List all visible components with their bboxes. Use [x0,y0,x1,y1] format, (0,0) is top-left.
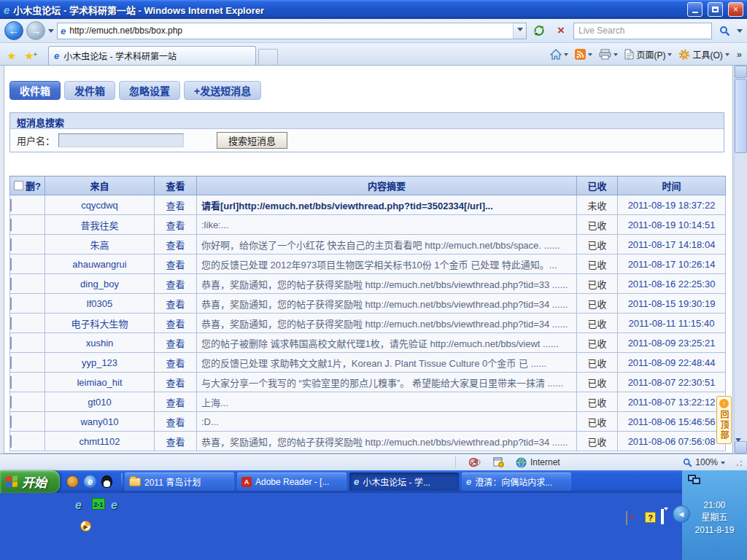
maximize-button[interactable] [708,2,723,17]
view-link[interactable]: 查看 [155,274,197,294]
view-link[interactable]: 查看 [155,235,197,254]
row-checkbox[interactable] [10,416,12,428]
delete-cell [10,314,45,333]
view-link[interactable]: 查看 [155,353,197,373]
scroll-up-button[interactable] [735,66,747,78]
ie-quicklaunch-icon[interactable]: e [84,475,96,488]
page-icon [624,49,634,60]
start-button[interactable]: 开始 [0,470,60,493]
address-bar[interactable]: e [57,23,527,39]
sidebar-collapse-button[interactable]: ◄ [673,505,690,523]
row-checkbox[interactable] [10,337,12,349]
forward-button[interactable]: → [26,21,45,40]
add-favorite-button[interactable]: ★+ [20,47,38,65]
task-label: 澄清：向偶站内求... [475,475,552,488]
view-link[interactable]: 查看 [155,333,197,353]
taskbar-item-adobe-reader[interactable]: AAdobe Reader - [... [237,472,347,491]
tools-menu-button[interactable]: 工具(O) [677,47,730,61]
view-link[interactable]: 查看 [155,412,197,432]
desktop-ie-icon[interactable]: e [111,499,117,512]
row-checkbox[interactable] [10,199,12,211]
taskbar-item-emuch-forum[interactable]: e小木虫论坛 - 学... [349,472,459,491]
view-link[interactable]: 查看 [155,392,197,412]
row-checkbox[interactable] [10,258,12,271]
stop-button[interactable]: × [551,21,570,40]
username-input[interactable] [58,133,184,147]
summary-cell: 恭喜，奖励通知，您的帖子获得奖励啦 http://emuch.net/bbs/v… [197,432,577,451]
view-link[interactable]: 查看 [155,373,197,392]
zoom-control[interactable]: 100% [683,457,743,467]
resize-grip[interactable] [734,458,743,467]
network-monitors-icon[interactable] [688,475,701,485]
history-dropdown-icon[interactable] [48,29,54,36]
taskbar-item-folder[interactable]: 2011 青岛计划 [125,472,234,491]
new-tab-button[interactable] [258,49,278,65]
row-checkbox[interactable] [10,357,12,369]
search-message-button[interactable]: 搜索短消息 [217,132,287,149]
delete-cell [10,274,45,294]
address-dropdown-button[interactable] [513,23,526,39]
tab-inbox[interactable]: 收件箱 [9,81,61,100]
minimize-button[interactable] [687,2,703,17]
vertical-scrollbar[interactable] [734,66,747,454]
card-reader-icon[interactable] [626,511,627,525]
toolbar-overflow-button[interactable]: » [735,49,744,60]
select-all-checkbox[interactable] [14,181,23,190]
row-checkbox[interactable] [10,298,12,310]
search-go-button[interactable] [715,21,734,40]
media-player-icon[interactable]: ▶ [80,521,91,532]
received-cell: 已收 [577,353,618,373]
gear-icon [678,49,690,61]
chevron-down-icon [725,53,729,58]
search-options-dropdown-icon[interactable] [737,29,743,36]
clock-date: 2011-8-19 [682,524,747,537]
live-search-box[interactable] [573,23,712,39]
chevron-down-icon [614,53,618,58]
view-link[interactable]: 查看 [155,432,197,451]
delete-cell [10,294,45,314]
row-checkbox[interactable] [10,435,12,448]
antivirus-tiger-icon[interactable] [66,475,79,488]
view-link[interactable]: 查看 [155,294,197,314]
row-checkbox[interactable] [10,238,12,251]
help-icon[interactable]: ? [645,512,656,523]
view-link[interactable]: 查看 [155,314,197,333]
page-menu-button[interactable]: 页面(P) [623,47,673,61]
address-input[interactable] [69,26,509,36]
back-button[interactable]: ← [4,21,23,40]
row-checkbox[interactable] [10,278,12,290]
print-button[interactable] [597,48,619,61]
view-link[interactable]: 查看 [155,195,197,215]
home-button[interactable] [549,48,570,61]
view-link[interactable]: 查看 [155,215,197,235]
tab-ignore-settings[interactable]: 忽略设置 [119,81,180,100]
close-button[interactable]: × [728,2,743,17]
feeds-button[interactable] [573,48,594,61]
desktop-ie-icon[interactable]: e [75,499,82,512]
row-checkbox[interactable] [10,219,12,231]
privacy-report-icon[interactable] [469,457,481,467]
tools-menu-label: 工具(O) [692,48,722,61]
header-view: 查看 [155,176,197,195]
scroll-down-button[interactable] [735,441,747,454]
title-bar[interactable]: e 小木虫论坛 - 学术科研第一站 - Windows Internet Exp… [0,0,747,19]
browser-tab[interactable]: e 小木虫论坛 - 学术科研第一站 [48,46,256,65]
received-cell: 已收 [577,254,618,274]
tab-outbox[interactable]: 发件箱 [64,81,115,100]
qq-penguin-icon[interactable] [101,475,112,488]
row-checkbox[interactable] [10,317,12,330]
favorites-center-button[interactable]: ★ [3,47,20,65]
page-security-icon[interactable] [493,457,504,467]
view-link[interactable]: 查看 [155,254,197,274]
back-to-top-button[interactable]: ↑ 回顶部 [716,396,732,444]
scrollbar-thumb[interactable] [735,79,747,153]
restore-window-icon[interactable] [661,510,668,524]
taskbar-item-clarify-thread[interactable]: e澄清：向偶站内求... [462,472,571,491]
desktop-program-icon[interactable]: 2-1 [92,498,105,510]
tab-send-message[interactable]: +发送短消息 [184,81,261,100]
row-checkbox[interactable] [10,396,12,408]
live-search-input[interactable] [578,26,707,36]
received-cell: 已收 [577,432,618,451]
refresh-button[interactable] [530,21,549,40]
row-checkbox[interactable] [10,376,12,389]
